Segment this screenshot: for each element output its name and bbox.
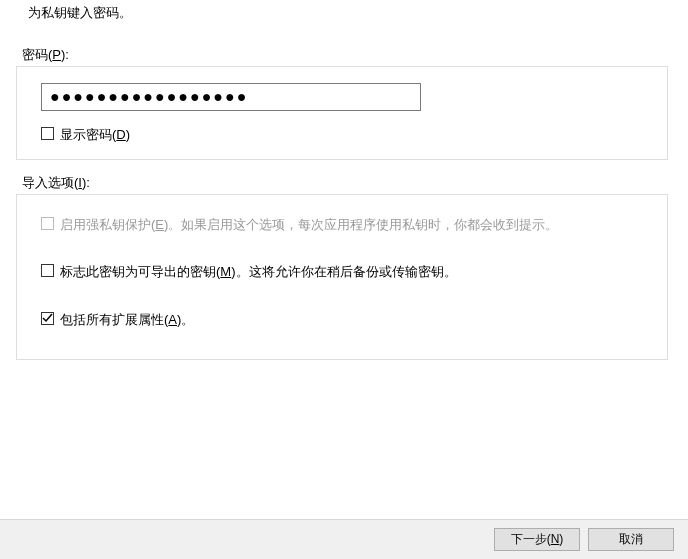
import-options-group: 启用强私钥保护(E)。如果启用这个选项，每次应用程序使用私钥时，你都会收到提示。… [16, 194, 668, 361]
next-button[interactable]: 下一步(N) [494, 528, 580, 551]
password-group: 显示密码(D) [16, 66, 668, 160]
checkbox-icon [41, 312, 54, 325]
exportable-checkbox[interactable]: 标志此密钥为可导出的密钥(M)。这将允许你在稍后备份或传输密钥。 [41, 262, 647, 282]
exportable-label: 标志此密钥为可导出的密钥(M)。这将允许你在稍后备份或传输密钥。 [60, 262, 647, 282]
instruction-text: 为私钥键入密码。 [28, 4, 678, 22]
extended-props-label: 包括所有扩展属性(A)。 [60, 310, 647, 330]
show-password-checkbox[interactable]: 显示密码(D) [41, 125, 647, 145]
extended-props-checkbox[interactable]: 包括所有扩展属性(A)。 [41, 310, 647, 330]
cancel-button[interactable]: 取消 [588, 528, 674, 551]
strong-protection-checkbox: 启用强私钥保护(E)。如果启用这个选项，每次应用程序使用私钥时，你都会收到提示。 [41, 215, 647, 235]
wizard-footer: 下一步(N) 取消 [0, 519, 688, 559]
strong-protection-label: 启用强私钥保护(E)。如果启用这个选项，每次应用程序使用私钥时，你都会收到提示。 [60, 215, 647, 235]
checkbox-icon [41, 217, 54, 230]
show-password-label: 显示密码(D) [60, 125, 647, 145]
password-input[interactable] [41, 83, 421, 111]
import-options-section-label: 导入选项(I): [22, 174, 678, 192]
checkbox-icon [41, 264, 54, 277]
checkbox-icon [41, 127, 54, 140]
password-section-label: 密码(P): [22, 46, 678, 64]
